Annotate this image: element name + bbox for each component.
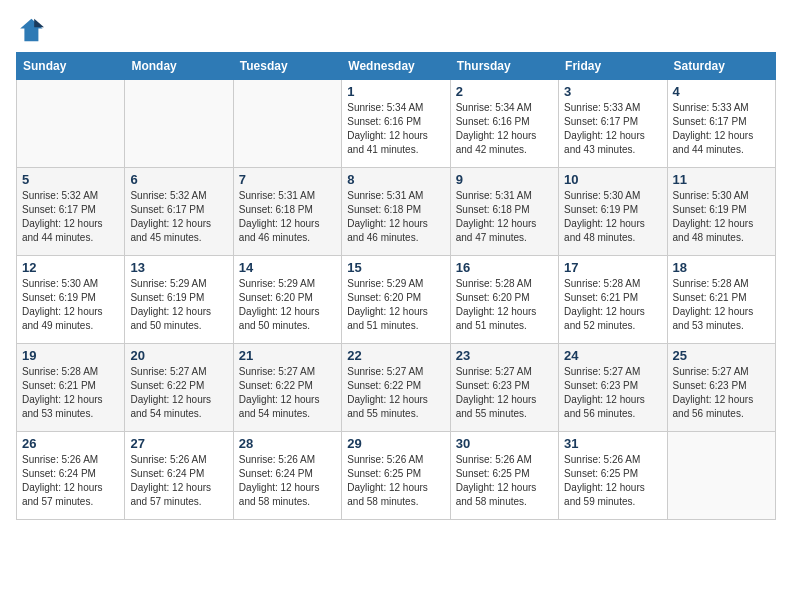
calendar-cell: [233, 80, 341, 168]
page-header: [16, 16, 776, 44]
day-info: Sunrise: 5:33 AM Sunset: 6:17 PM Dayligh…: [673, 101, 770, 157]
day-info: Sunrise: 5:26 AM Sunset: 6:25 PM Dayligh…: [564, 453, 661, 509]
calendar-cell: 21Sunrise: 5:27 AM Sunset: 6:22 PM Dayli…: [233, 344, 341, 432]
calendar-cell: 8Sunrise: 5:31 AM Sunset: 6:18 PM Daylig…: [342, 168, 450, 256]
day-number: 19: [22, 348, 119, 363]
day-info: Sunrise: 5:26 AM Sunset: 6:25 PM Dayligh…: [456, 453, 553, 509]
day-info: Sunrise: 5:26 AM Sunset: 6:24 PM Dayligh…: [130, 453, 227, 509]
calendar-cell: 16Sunrise: 5:28 AM Sunset: 6:20 PM Dayli…: [450, 256, 558, 344]
svg-marker-1: [34, 19, 44, 27]
header-saturday: Saturday: [667, 53, 775, 80]
day-info: Sunrise: 5:27 AM Sunset: 6:23 PM Dayligh…: [564, 365, 661, 421]
day-info: Sunrise: 5:28 AM Sunset: 6:21 PM Dayligh…: [673, 277, 770, 333]
day-number: 4: [673, 84, 770, 99]
calendar-cell: 2Sunrise: 5:34 AM Sunset: 6:16 PM Daylig…: [450, 80, 558, 168]
day-number: 3: [564, 84, 661, 99]
day-number: 12: [22, 260, 119, 275]
day-number: 17: [564, 260, 661, 275]
day-info: Sunrise: 5:26 AM Sunset: 6:24 PM Dayligh…: [22, 453, 119, 509]
calendar-cell: 10Sunrise: 5:30 AM Sunset: 6:19 PM Dayli…: [559, 168, 667, 256]
day-number: 8: [347, 172, 444, 187]
day-info: Sunrise: 5:26 AM Sunset: 6:25 PM Dayligh…: [347, 453, 444, 509]
day-number: 30: [456, 436, 553, 451]
day-info: Sunrise: 5:26 AM Sunset: 6:24 PM Dayligh…: [239, 453, 336, 509]
calendar-cell: 7Sunrise: 5:31 AM Sunset: 6:18 PM Daylig…: [233, 168, 341, 256]
header-wednesday: Wednesday: [342, 53, 450, 80]
header-sunday: Sunday: [17, 53, 125, 80]
day-info: Sunrise: 5:31 AM Sunset: 6:18 PM Dayligh…: [239, 189, 336, 245]
calendar-cell: 11Sunrise: 5:30 AM Sunset: 6:19 PM Dayli…: [667, 168, 775, 256]
calendar-cell: 20Sunrise: 5:27 AM Sunset: 6:22 PM Dayli…: [125, 344, 233, 432]
calendar-cell: 25Sunrise: 5:27 AM Sunset: 6:23 PM Dayli…: [667, 344, 775, 432]
header-monday: Monday: [125, 53, 233, 80]
logo: [16, 16, 48, 44]
day-number: 6: [130, 172, 227, 187]
day-number: 28: [239, 436, 336, 451]
calendar-cell: 6Sunrise: 5:32 AM Sunset: 6:17 PM Daylig…: [125, 168, 233, 256]
calendar-cell: 26Sunrise: 5:26 AM Sunset: 6:24 PM Dayli…: [17, 432, 125, 520]
day-info: Sunrise: 5:27 AM Sunset: 6:22 PM Dayligh…: [239, 365, 336, 421]
day-info: Sunrise: 5:28 AM Sunset: 6:21 PM Dayligh…: [564, 277, 661, 333]
day-info: Sunrise: 5:27 AM Sunset: 6:23 PM Dayligh…: [673, 365, 770, 421]
calendar-cell: 9Sunrise: 5:31 AM Sunset: 6:18 PM Daylig…: [450, 168, 558, 256]
day-info: Sunrise: 5:27 AM Sunset: 6:23 PM Dayligh…: [456, 365, 553, 421]
calendar-cell: 17Sunrise: 5:28 AM Sunset: 6:21 PM Dayli…: [559, 256, 667, 344]
day-number: 31: [564, 436, 661, 451]
day-info: Sunrise: 5:30 AM Sunset: 6:19 PM Dayligh…: [22, 277, 119, 333]
calendar-cell: 14Sunrise: 5:29 AM Sunset: 6:20 PM Dayli…: [233, 256, 341, 344]
day-number: 7: [239, 172, 336, 187]
day-number: 11: [673, 172, 770, 187]
day-info: Sunrise: 5:28 AM Sunset: 6:21 PM Dayligh…: [22, 365, 119, 421]
calendar-cell: 19Sunrise: 5:28 AM Sunset: 6:21 PM Dayli…: [17, 344, 125, 432]
day-info: Sunrise: 5:29 AM Sunset: 6:20 PM Dayligh…: [347, 277, 444, 333]
day-number: 5: [22, 172, 119, 187]
day-number: 20: [130, 348, 227, 363]
calendar-cell: 23Sunrise: 5:27 AM Sunset: 6:23 PM Dayli…: [450, 344, 558, 432]
calendar-cell: 30Sunrise: 5:26 AM Sunset: 6:25 PM Dayli…: [450, 432, 558, 520]
day-number: 24: [564, 348, 661, 363]
day-info: Sunrise: 5:32 AM Sunset: 6:17 PM Dayligh…: [130, 189, 227, 245]
calendar-cell: 31Sunrise: 5:26 AM Sunset: 6:25 PM Dayli…: [559, 432, 667, 520]
calendar-cell: 3Sunrise: 5:33 AM Sunset: 6:17 PM Daylig…: [559, 80, 667, 168]
day-info: Sunrise: 5:30 AM Sunset: 6:19 PM Dayligh…: [564, 189, 661, 245]
day-number: 10: [564, 172, 661, 187]
week-row-1: 1Sunrise: 5:34 AM Sunset: 6:16 PM Daylig…: [17, 80, 776, 168]
day-number: 14: [239, 260, 336, 275]
calendar-cell: 15Sunrise: 5:29 AM Sunset: 6:20 PM Dayli…: [342, 256, 450, 344]
calendar-cell: 18Sunrise: 5:28 AM Sunset: 6:21 PM Dayli…: [667, 256, 775, 344]
day-number: 9: [456, 172, 553, 187]
calendar-cell: [17, 80, 125, 168]
day-info: Sunrise: 5:30 AM Sunset: 6:19 PM Dayligh…: [673, 189, 770, 245]
calendar-cell: 5Sunrise: 5:32 AM Sunset: 6:17 PM Daylig…: [17, 168, 125, 256]
day-info: Sunrise: 5:34 AM Sunset: 6:16 PM Dayligh…: [347, 101, 444, 157]
day-number: 29: [347, 436, 444, 451]
day-info: Sunrise: 5:27 AM Sunset: 6:22 PM Dayligh…: [130, 365, 227, 421]
day-number: 25: [673, 348, 770, 363]
day-info: Sunrise: 5:29 AM Sunset: 6:20 PM Dayligh…: [239, 277, 336, 333]
day-number: 1: [347, 84, 444, 99]
day-number: 2: [456, 84, 553, 99]
week-row-2: 5Sunrise: 5:32 AM Sunset: 6:17 PM Daylig…: [17, 168, 776, 256]
day-info: Sunrise: 5:27 AM Sunset: 6:22 PM Dayligh…: [347, 365, 444, 421]
calendar-cell: 1Sunrise: 5:34 AM Sunset: 6:16 PM Daylig…: [342, 80, 450, 168]
calendar-cell: 12Sunrise: 5:30 AM Sunset: 6:19 PM Dayli…: [17, 256, 125, 344]
calendar-cell: [667, 432, 775, 520]
logo-icon: [16, 16, 44, 44]
day-number: 21: [239, 348, 336, 363]
week-row-3: 12Sunrise: 5:30 AM Sunset: 6:19 PM Dayli…: [17, 256, 776, 344]
week-row-4: 19Sunrise: 5:28 AM Sunset: 6:21 PM Dayli…: [17, 344, 776, 432]
day-number: 15: [347, 260, 444, 275]
calendar-cell: 28Sunrise: 5:26 AM Sunset: 6:24 PM Dayli…: [233, 432, 341, 520]
calendar-cell: 24Sunrise: 5:27 AM Sunset: 6:23 PM Dayli…: [559, 344, 667, 432]
week-row-5: 26Sunrise: 5:26 AM Sunset: 6:24 PM Dayli…: [17, 432, 776, 520]
day-info: Sunrise: 5:34 AM Sunset: 6:16 PM Dayligh…: [456, 101, 553, 157]
day-number: 27: [130, 436, 227, 451]
day-number: 23: [456, 348, 553, 363]
calendar-cell: 4Sunrise: 5:33 AM Sunset: 6:17 PM Daylig…: [667, 80, 775, 168]
day-number: 16: [456, 260, 553, 275]
day-number: 18: [673, 260, 770, 275]
day-info: Sunrise: 5:28 AM Sunset: 6:20 PM Dayligh…: [456, 277, 553, 333]
day-number: 13: [130, 260, 227, 275]
header-friday: Friday: [559, 53, 667, 80]
calendar-cell: 13Sunrise: 5:29 AM Sunset: 6:19 PM Dayli…: [125, 256, 233, 344]
